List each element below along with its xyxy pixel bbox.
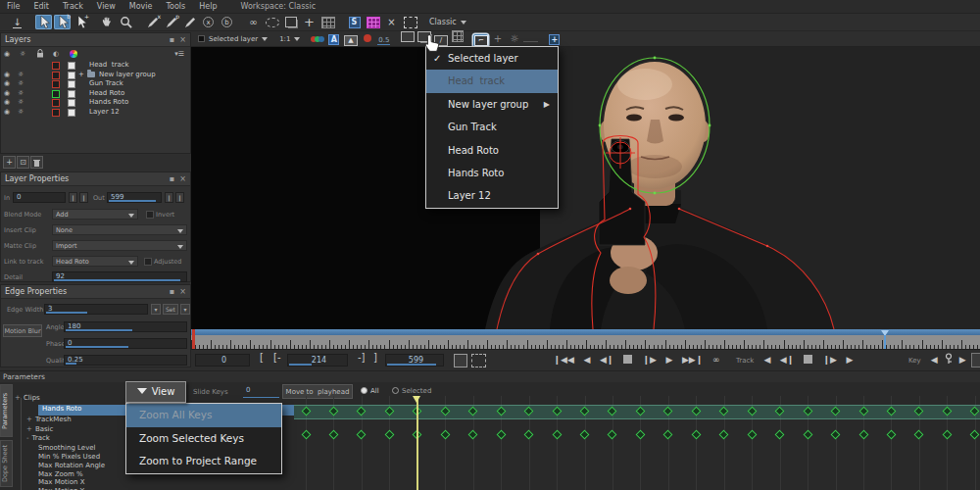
layer-menu-item[interactable]: Head track [426,70,558,92]
out-step-right[interactable]: ❙ [175,192,184,203]
keyframe-diamond[interactable] [775,429,785,439]
matte-color-box[interactable] [68,99,75,107]
stop-button[interactable] [623,355,632,364]
keyframe-diamond[interactable] [942,429,952,439]
menu-item-view[interactable]: View [90,0,122,13]
menu-item-help[interactable]: Help [192,0,223,13]
corner-pin-tool-icon[interactable] [282,15,299,29]
link-to-track-select[interactable]: Head Roto [52,256,138,267]
go-start-button[interactable]: ❙◀◀ [554,350,574,369]
gear-icon[interactable]: ☼ [18,108,24,117]
track-step-forward-button[interactable]: ❙▶ [822,350,836,369]
keyframe-diamond[interactable] [384,429,394,439]
delete-layer-icon[interactable] [30,156,43,169]
menu-item-workspace-classic[interactable]: Workspace: Classic [233,0,322,13]
dope-playhead-marker[interactable] [413,396,420,403]
keyframe-diamond[interactable] [440,429,450,439]
tree-item-clips[interactable]: +Clips [15,394,40,404]
spline-color-box[interactable] [52,109,60,117]
keyframe-diamond[interactable] [524,429,534,439]
keyframe-diamond[interactable] [719,429,729,439]
create-bezier-tool-icon[interactable]: p [163,15,179,29]
keyframe-diamond[interactable] [580,429,590,439]
set-in-button[interactable]: [- [273,352,281,363]
frame-range-icon[interactable] [471,354,486,368]
loop-button[interactable]: ∞ [712,350,720,369]
dope-sheet-grid[interactable] [294,396,980,490]
menu-item-track[interactable]: Track [56,0,90,13]
expand-view-icon[interactable]: + [547,33,562,46]
keyframe-diamond[interactable] [886,429,896,439]
dual-monitor-view-icon[interactable] [416,30,431,43]
layer-menu-item[interactable]: Gun Track [426,116,558,138]
close-icon[interactable]: × [179,34,186,45]
select-tool-icon[interactable] [35,15,52,29]
layer-menu-item[interactable]: Layer 12 [426,184,558,207]
tree-toggle[interactable]: + [15,394,21,402]
track-forward-button[interactable]: ▶ [846,350,853,369]
grid-tool-icon[interactable] [319,15,336,29]
play-back-button[interactable]: ◀ [583,350,590,369]
view-menu-item[interactable]: Zoom All Keys [126,404,281,427]
angle-field[interactable]: 180 [64,321,187,332]
workspace-classic-dropdown[interactable]: Classic [429,18,466,26]
eye-icon[interactable]: ◉ [4,98,10,107]
dock-icon[interactable]: ▪ [170,34,174,45]
in-bracket-button[interactable]: [ [260,352,264,363]
keyframe-diamond[interactable] [914,429,924,439]
menu-item-tools[interactable]: Tools [160,0,193,13]
create-freehand-tool-icon[interactable] [181,15,198,29]
stack-view-icon[interactable] [454,354,467,368]
brightness-view-icon[interactable]: ☼ [507,33,521,46]
step-back-button[interactable]: ◀❙ [600,350,613,369]
dope-playhead-line[interactable] [416,396,418,490]
insert-clip-select[interactable]: None [52,224,187,235]
new-layer-icon[interactable]: + [3,156,16,169]
keyframe-diamond[interactable] [608,429,617,439]
set-out-button[interactable]: -] [358,352,366,363]
keyframe-diamond[interactable] [970,429,980,439]
zoom-tool-icon[interactable] [118,15,134,29]
rgb-channels-icon[interactable] [310,33,324,46]
marquee-tool-icon[interactable] [402,15,418,29]
keyframe-diamond[interactable] [803,429,812,439]
bezier-circle-tool-icon[interactable]: b [219,15,235,29]
mesh-tool-icon[interactable] [365,15,381,29]
view-menu-item[interactable]: Zoom Selected Keys [126,427,281,451]
tab-parameters[interactable]: Parameters [0,384,13,437]
matte-color-box[interactable] [68,90,75,98]
layer-row[interactable]: ◉☼Head Roto [1,89,190,99]
keyframe-diamond[interactable] [328,429,338,439]
spline-color-box[interactable] [52,90,60,98]
contrast-view-icon[interactable]: + [490,33,505,46]
overlay-opacity-value-icon[interactable]: 0.5 [376,34,391,47]
phase-field[interactable]: 0 [64,338,187,349]
edge-width-plus[interactable]: ▾ [180,304,190,315]
spline-color-box[interactable] [52,62,60,70]
detail-slider[interactable]: 92 [52,271,187,282]
layer-filter-button[interactable]: ▾☰ [174,50,184,59]
timeline-scrollbar[interactable] [191,329,980,335]
eye-icon[interactable]: ◉ [4,108,10,117]
in-step-left[interactable]: ❙ [69,192,77,203]
layer-select-dropdown[interactable]: Selected layer [195,33,270,45]
matte-clip-select[interactable]: Import [52,240,187,251]
gain-field-icon[interactable] [523,31,538,44]
motion-blur-button[interactable]: Motion Blur [3,324,42,337]
track-step-back-button[interactable]: ◀❙ [780,350,794,369]
layer-menu-item[interactable]: New layer group▶ [426,93,558,116]
in-frame-field[interactable]: 214 [287,354,348,367]
out-frame-field[interactable]: 599 [385,354,444,367]
keyframe-diamond[interactable] [663,429,673,439]
keyframe-diamond[interactable] [301,429,311,439]
keyframe-diamond[interactable] [747,429,757,439]
current-frame-field[interactable]: 0 [195,354,250,367]
spline-color-box[interactable] [52,72,60,79]
quality-field[interactable]: 0.25 [64,355,187,366]
view-menu-button[interactable]: View [125,381,186,403]
menu-item-movie[interactable]: Movie [122,0,160,13]
pan-tool-icon[interactable] [99,15,116,29]
monitor-view-icon[interactable] [400,30,415,43]
layer-menu-item[interactable]: Hands Roto [426,162,558,184]
keyframe-diamond[interactable] [496,429,506,439]
